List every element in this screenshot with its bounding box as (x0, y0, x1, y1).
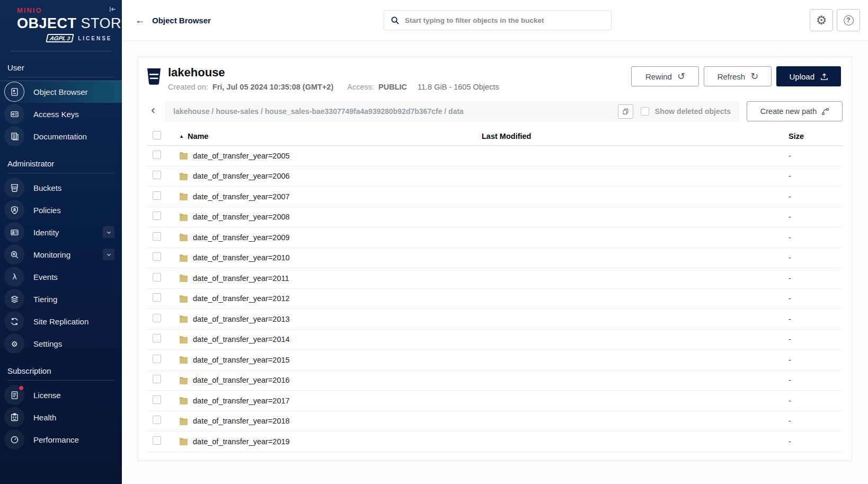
sidebar-item-settings[interactable]: ⚙ Settings (0, 332, 122, 355)
access-value[interactable]: PUBLIC (378, 83, 407, 91)
table-row[interactable]: date_of_transfer_year=2017 - (147, 391, 843, 411)
folder-icon (179, 336, 188, 344)
object-name[interactable]: date_of_transfer_year=2016 (193, 376, 290, 384)
breadcrumb[interactable]: lakehouse / house-sales / house_sales-ba… (173, 107, 464, 116)
topbar: ← Object Browser ⚙ ? (122, 0, 868, 41)
sidebar-item-identity[interactable]: Identity (0, 221, 122, 243)
copy-path-button[interactable] (618, 104, 633, 119)
help-button[interactable]: ? (837, 9, 860, 31)
sidebar-item-access-keys[interactable]: Access Keys (0, 103, 122, 125)
select-all-checkbox[interactable] (153, 131, 161, 139)
row-checkbox[interactable] (153, 273, 161, 281)
row-checkbox[interactable] (153, 293, 161, 302)
object-size: - (784, 376, 843, 384)
back-chevron-icon[interactable]: ‹ (145, 102, 162, 121)
column-header-name[interactable]: ▲ Name (179, 132, 482, 140)
table-row[interactable]: date_of_transfer_year=2009 - (147, 227, 843, 248)
table-row[interactable]: date_of_transfer_year=2007 - (147, 187, 843, 207)
row-checkbox[interactable] (153, 375, 161, 383)
column-header-size[interactable]: Size (784, 132, 843, 140)
object-size: - (784, 213, 843, 221)
sidebar-item-performance[interactable]: Performance (0, 428, 122, 451)
table-row[interactable]: date_of_transfer_year=2010 - (147, 248, 843, 269)
svg-text:λ: λ (12, 272, 16, 281)
object-name[interactable]: date_of_transfer_year=2010 (193, 253, 290, 262)
object-name[interactable]: date_of_transfer_year=2006 (193, 172, 290, 180)
upload-button[interactable]: Upload (776, 66, 841, 86)
table-row[interactable]: date_of_transfer_year=2012 - (147, 289, 843, 310)
table-row[interactable]: date_of_transfer_year=2014 - (147, 330, 843, 350)
sidebar-item-site-replication[interactable]: Site Replication (0, 310, 122, 332)
row-checkbox[interactable] (153, 232, 161, 241)
svg-text:⚙: ⚙ (11, 339, 18, 348)
object-size: - (784, 233, 843, 242)
folder-icon (179, 397, 188, 404)
object-name[interactable]: date_of_transfer_year=2018 (193, 417, 290, 425)
chevron-down-icon[interactable] (103, 226, 114, 238)
object-name[interactable]: date_of_transfer_year=2011 (193, 274, 289, 283)
tiering-icon (10, 295, 19, 304)
sidebar-item-monitoring[interactable]: Monitoring (0, 243, 122, 266)
sidebar-item-buckets[interactable]: Buckets (0, 177, 122, 199)
policies-icon (10, 206, 19, 215)
table-row[interactable]: date_of_transfer_year=2005 - (147, 146, 843, 166)
row-checkbox[interactable] (153, 212, 161, 220)
show-deleted-label[interactable]: Show deleted objects (655, 107, 731, 116)
row-checkbox[interactable] (153, 171, 161, 179)
object-name[interactable]: date_of_transfer_year=2014 (193, 335, 290, 344)
row-checkbox[interactable] (153, 436, 161, 445)
settings-icon: ⚙ (10, 339, 19, 348)
row-checkbox[interactable] (153, 151, 161, 159)
sidebar-item-object-browser[interactable]: Object Browser (0, 81, 122, 103)
table-row[interactable]: date_of_transfer_year=2019 - (147, 432, 843, 452)
sidebar-item-documentation[interactable]: Documentation (0, 125, 122, 147)
row-checkbox[interactable] (153, 355, 161, 363)
row-checkbox[interactable] (153, 191, 161, 200)
table-row[interactable]: date_of_transfer_year=2011 - (147, 268, 843, 289)
sidebar-item-tiering[interactable]: Tiering (0, 288, 122, 310)
table-row[interactable]: date_of_transfer_year=2006 - (147, 166, 843, 187)
main-area: ← Object Browser ⚙ ? (122, 0, 868, 484)
sidebar-item-health[interactable]: Health (0, 406, 122, 428)
object-size: - (784, 294, 843, 303)
back-arrow-icon[interactable]: ← (135, 15, 145, 25)
create-new-path-button[interactable]: Create new path (747, 101, 843, 121)
path-row: ‹ lakehouse / house-sales / house_sales-… (138, 99, 852, 127)
row-checkbox[interactable] (153, 314, 161, 322)
rewind-button[interactable]: Rewind ↺ (631, 66, 699, 86)
object-name[interactable]: date_of_transfer_year=2012 (193, 294, 290, 303)
object-name[interactable]: date_of_transfer_year=2008 (193, 213, 290, 221)
object-name[interactable]: date_of_transfer_year=2007 (193, 192, 290, 201)
row-checkbox[interactable] (153, 416, 161, 424)
refresh-button[interactable]: Refresh ↻ (704, 66, 772, 86)
table-row[interactable]: date_of_transfer_year=2018 - (147, 411, 843, 432)
bucket-name: lakehouse (168, 66, 499, 79)
sidebar-collapse-icon[interactable] (108, 4, 118, 14)
sidebar-item-license[interactable]: License (0, 384, 122, 406)
table-row[interactable]: date_of_transfer_year=2013 - (147, 309, 843, 330)
column-header-last-modified[interactable]: Last Modified (482, 132, 784, 140)
settings-button[interactable]: ⚙ (810, 9, 833, 31)
object-name[interactable]: date_of_transfer_year=2009 (193, 233, 290, 242)
row-checkbox[interactable] (153, 395, 161, 404)
row-checkbox[interactable] (153, 252, 161, 261)
object-name[interactable]: date_of_transfer_year=2013 (193, 315, 290, 323)
table-row[interactable]: date_of_transfer_year=2015 - (147, 350, 843, 371)
chevron-down-icon[interactable] (103, 249, 114, 260)
show-deleted-checkbox[interactable] (641, 107, 649, 116)
object-name[interactable]: date_of_transfer_year=2005 (193, 152, 290, 160)
search-input[interactable] (405, 16, 605, 24)
sidebar-item-policies[interactable]: Policies (0, 199, 122, 221)
bucket-header: lakehouse Created on: Fri, Jul 05 2024 1… (138, 57, 852, 99)
upload-icon (820, 73, 828, 81)
row-checkbox[interactable] (153, 334, 161, 342)
object-name[interactable]: date_of_transfer_year=2015 (193, 356, 290, 364)
object-size: - (784, 417, 843, 425)
table-row[interactable]: date_of_transfer_year=2016 - (147, 371, 843, 391)
table-row[interactable]: date_of_transfer_year=2008 - (147, 207, 843, 228)
folder-icon (179, 233, 188, 241)
performance-icon (10, 435, 19, 444)
object-name[interactable]: date_of_transfer_year=2017 (193, 397, 290, 405)
object-name[interactable]: date_of_transfer_year=2019 (193, 437, 290, 446)
sidebar-item-events[interactable]: λ Events (0, 266, 122, 288)
